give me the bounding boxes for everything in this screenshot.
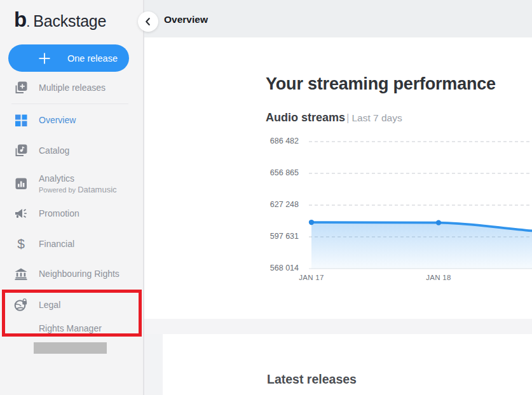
overview-grid-icon bbox=[13, 112, 29, 128]
bottom-gutter bbox=[144, 334, 163, 395]
latest-releases-title: Latest releases bbox=[267, 372, 357, 387]
bank-icon bbox=[13, 265, 29, 282]
subheader-separator: | bbox=[346, 112, 349, 124]
sidebar-item-promotion[interactable]: Promotion bbox=[13, 206, 137, 221]
back-button[interactable] bbox=[138, 11, 158, 32]
chart-subheader: Audio streams|Last 7 days bbox=[266, 111, 402, 124]
streams-chart-svg bbox=[144, 130, 532, 289]
x-axis-tick-label: JAN 18 bbox=[410, 274, 467, 281]
topbar: Overview bbox=[144, 0, 532, 37]
sidebar-item-label: Multiple releases bbox=[39, 83, 106, 93]
chart-period: Last 7 days bbox=[351, 112, 402, 123]
y-axis-tick-label: 597 631 bbox=[235, 232, 299, 241]
y-axis-tick-label: 686 482 bbox=[235, 137, 299, 145]
sidebar-item-label: Legal bbox=[39, 300, 60, 310]
sidebar-item-label: Analytics bbox=[39, 173, 117, 184]
dollar-icon: $ bbox=[13, 236, 29, 252]
audio-streams-chart: 686 482656 865627 248597 631568 014JAN 1… bbox=[144, 130, 532, 289]
sidebar-item-label: Rights Manager bbox=[39, 323, 102, 333]
sidebar-item-label: Neighbouring Rights bbox=[39, 269, 119, 279]
section-gap bbox=[144, 319, 532, 334]
section-title: Your streaming performance bbox=[266, 74, 496, 94]
logo-name: Backstage bbox=[33, 12, 106, 30]
redacted-block bbox=[34, 342, 107, 354]
data-point-dot[interactable] bbox=[309, 220, 314, 225]
page-title: Overview bbox=[164, 14, 208, 25]
data-point-dot[interactable] bbox=[436, 220, 441, 225]
y-axis-tick-label: 627 248 bbox=[235, 200, 299, 209]
main-area: Overview Your streaming performance Audi… bbox=[144, 0, 532, 395]
latest-releases-section: Latest releases bbox=[144, 334, 532, 395]
sidebar-item-rights-manager[interactable]: Rights Manager bbox=[13, 321, 137, 336]
x-axis-tick-label: JAN 17 bbox=[283, 274, 340, 281]
one-release-button[interactable]: One release bbox=[8, 44, 129, 72]
sidebar: b . Backstage One release Multiple relea… bbox=[0, 0, 144, 395]
streaming-performance-section: Your streaming performance Audio streams… bbox=[144, 37, 532, 319]
sidebar-item-financial[interactable]: $ Financial bbox=[13, 236, 137, 251]
y-axis-tick-label: 656 865 bbox=[235, 168, 299, 177]
backstage-logo[interactable]: b . Backstage bbox=[14, 8, 106, 32]
datamusic-brand: Datamusic bbox=[78, 185, 116, 194]
megaphone-icon bbox=[13, 205, 29, 222]
sidebar-item-legal[interactable]: Legal bbox=[13, 297, 137, 313]
sidebar-item-catalog[interactable]: Catalog bbox=[13, 143, 137, 158]
backstage-app: b . Backstage One release Multiple relea… bbox=[0, 0, 532, 395]
catalog-icon bbox=[13, 142, 29, 159]
latest-releases-card: Latest releases bbox=[163, 334, 532, 395]
sidebar-divider bbox=[11, 104, 128, 104]
multiple-releases-icon bbox=[13, 79, 29, 96]
y-axis-tick-label: 568 014 bbox=[235, 264, 299, 272]
one-release-label: One release bbox=[67, 53, 118, 64]
sidebar-item-label: Catalog bbox=[39, 145, 69, 156]
metric-name: Audio streams bbox=[266, 111, 345, 124]
sidebar-item-overview[interactable]: Overview bbox=[13, 112, 137, 128]
globe-lock-icon bbox=[13, 297, 29, 313]
chevron-left-icon bbox=[143, 17, 153, 27]
sidebar-item-label: Financial bbox=[39, 239, 74, 249]
sidebar-item-multiple-releases[interactable]: Multiple releases bbox=[13, 80, 137, 95]
analytics-bars-icon bbox=[13, 175, 29, 192]
analytics-powered-by: Powered by Datamusic bbox=[39, 185, 117, 194]
sidebar-item-label: Overview bbox=[39, 115, 76, 125]
logo-mark: b bbox=[14, 8, 26, 32]
plus-icon bbox=[38, 52, 51, 65]
sidebar-item-neighbouring-rights[interactable]: Neighbouring Rights bbox=[13, 266, 137, 281]
sidebar-item-label: Promotion bbox=[39, 208, 79, 218]
empty-icon-slot bbox=[13, 320, 29, 337]
logo-dot: . bbox=[27, 18, 29, 29]
sidebar-item-analytics[interactable]: Analytics Powered by Datamusic bbox=[13, 171, 137, 196]
series-area-fill bbox=[311, 222, 532, 269]
